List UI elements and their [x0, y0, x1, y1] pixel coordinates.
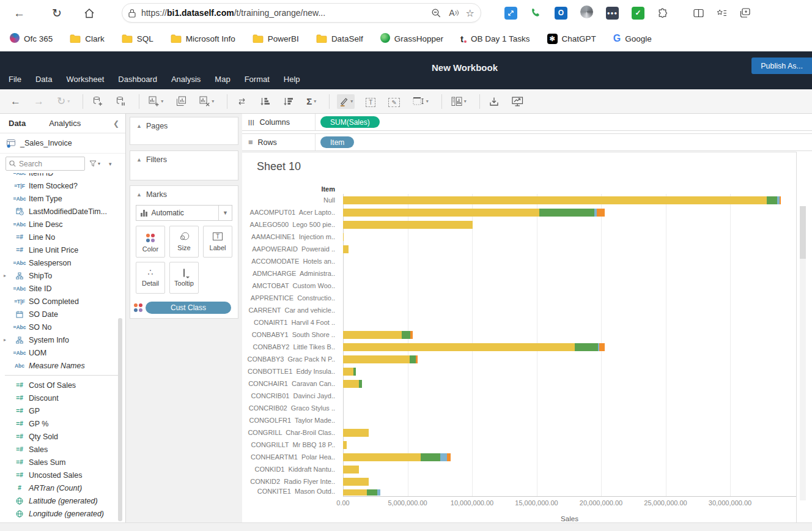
- field-row[interactable]: =AbcSite ID: [0, 282, 125, 295]
- size-button[interactable]: Size: [169, 226, 199, 258]
- chart-row[interactable]: AALEGO500 Lego 500 pie..: [242, 218, 795, 231]
- data-pane-scrollbar[interactable]: [118, 318, 122, 521]
- cust-class-pill[interactable]: Cust Class: [146, 302, 231, 314]
- menu-data[interactable]: Data: [35, 75, 52, 84]
- swap-axes-button[interactable]: [235, 94, 249, 109]
- zoom-out-icon[interactable]: [431, 8, 441, 18]
- tooltip-button[interactable]: Tooltip: [169, 262, 199, 294]
- chart-row[interactable]: CONGRILL Char-Broil Clas..: [242, 426, 795, 439]
- bar-segment[interactable]: [402, 331, 410, 339]
- bar-segment[interactable]: [539, 209, 595, 217]
- show-mark-labels-button[interactable]: T: [364, 94, 377, 110]
- bar-segment[interactable]: [343, 343, 575, 351]
- field-row[interactable]: =AbcItem Type: [0, 192, 125, 205]
- bookmark-item[interactable]: ✻ChatGPT: [547, 34, 596, 44]
- chart-row[interactable]: CARRENT Car and vehicle..: [242, 304, 795, 316]
- bar-segment[interactable]: [410, 331, 413, 339]
- new-worksheet-button[interactable]: ▾: [147, 94, 165, 109]
- bookmark-item[interactable]: Microsoft Info: [171, 34, 235, 43]
- bar-segment[interactable]: [597, 209, 605, 217]
- menu-format[interactable]: Format: [245, 75, 270, 84]
- bookmark-item[interactable]: GGoogle: [613, 33, 652, 44]
- detail-button[interactable]: ∴Detail: [136, 262, 165, 294]
- lock-icon[interactable]: [128, 9, 136, 18]
- chevron-down-icon[interactable]: ▼: [218, 206, 232, 220]
- field-row[interactable]: =#Qty Sold: [0, 430, 125, 443]
- color-button[interactable]: Color: [136, 226, 165, 258]
- bar-segment[interactable]: [367, 489, 377, 496]
- chart-row[interactable]: CONGOLFR1 Taylor Made..: [242, 414, 795, 426]
- show-me-button[interactable]: ▾: [449, 94, 468, 109]
- field-row[interactable]: =AbcUOM: [0, 346, 125, 359]
- expand-icon[interactable]: ▸: [4, 337, 10, 343]
- bar-segment[interactable]: [440, 453, 447, 461]
- chart-row-header[interactable]: Item: [242, 185, 340, 193]
- extensions-icon[interactable]: [657, 8, 668, 18]
- presentation-mode-button[interactable]: [510, 94, 525, 109]
- phone-extension-icon[interactable]: [530, 7, 542, 19]
- bar-segment[interactable]: [575, 343, 598, 351]
- field-row[interactable]: AbcMeasure Names: [0, 359, 125, 372]
- pages-card[interactable]: ▲Pages: [130, 117, 238, 145]
- field-row[interactable]: =T|FSO Completed: [0, 295, 125, 308]
- label-button[interactable]: TLabel: [203, 226, 232, 258]
- bar-segment[interactable]: [343, 466, 359, 473]
- chart-scrollbar[interactable]: [800, 206, 806, 500]
- field-row[interactable]: =#GP %: [0, 417, 125, 430]
- menu-analysis[interactable]: Analysis: [171, 75, 201, 84]
- field-row[interactable]: =AbcSalesperson: [0, 256, 125, 269]
- checklist-extension-icon[interactable]: ✓: [632, 7, 644, 20]
- field-row[interactable]: =#Line No: [0, 231, 125, 243]
- collapse-filters-icon[interactable]: ▲: [136, 157, 142, 163]
- chart-row[interactable]: CONHEARTM1 Polar Hea..: [242, 451, 795, 463]
- bar-segment[interactable]: [410, 355, 416, 363]
- bar-segment[interactable]: [416, 355, 418, 363]
- collapse-pane-icon[interactable]: ❮: [113, 119, 119, 128]
- bookmark-item[interactable]: GrassHopper: [380, 33, 443, 45]
- bookmark-item[interactable]: Ofc 365: [10, 33, 53, 45]
- pause-auto-updates-button[interactable]: [114, 94, 128, 109]
- menu-worksheet[interactable]: Worksheet: [66, 75, 104, 84]
- bar-segment[interactable]: [767, 196, 777, 204]
- bar-segment[interactable]: [343, 245, 349, 253]
- bar-segment[interactable]: [377, 489, 380, 496]
- chart-row[interactable]: CONCRIB01 Davinci Jayd..: [242, 390, 795, 402]
- bar-segment[interactable]: [343, 489, 367, 496]
- field-row[interactable]: =AbcItem ID: [0, 173, 125, 179]
- tab-analytics[interactable]: Analytics: [49, 119, 81, 128]
- fix-axes-button[interactable]: ✎: [386, 94, 401, 110]
- item-pill[interactable]: Item: [320, 136, 354, 148]
- chart-row[interactable]: AMCTOBAT Custom Woo..: [242, 280, 795, 292]
- chart-row[interactable]: CONCRIB02 Graco Stylus ..: [242, 402, 795, 414]
- chart-row[interactable]: CONCHAIR1 Caravan Can..: [242, 377, 795, 390]
- bar-segment[interactable]: [343, 221, 473, 229]
- chart-row[interactable]: ACCOMODATE Hotels an..: [242, 255, 795, 267]
- collapse-pages-icon[interactable]: ▲: [136, 123, 142, 129]
- menu-file[interactable]: File: [9, 75, 21, 84]
- field-row[interactable]: =#Cost Of Sales: [0, 379, 125, 392]
- chart-row[interactable]: CONKID1 Kiddraft Nantu..: [242, 463, 795, 475]
- outlook-extension-icon[interactable]: O: [555, 7, 567, 20]
- field-row[interactable]: #ARTran (Count): [0, 481, 125, 494]
- more-apps-extension-icon[interactable]: ●●●: [606, 6, 619, 20]
- collections-icon[interactable]: [717, 9, 727, 18]
- address-bar[interactable]: https://bi1.dataself.com/t/training_oran…: [122, 3, 481, 23]
- chart-row[interactable]: AAPOWERAID Poweraid ..: [242, 243, 795, 255]
- bar-segment[interactable]: [780, 196, 781, 204]
- bar-segment[interactable]: [343, 453, 421, 461]
- rows-shelf[interactable]: ≡ Rows Item: [242, 133, 812, 151]
- field-row[interactable]: =#Sales Sum: [0, 456, 125, 469]
- sort-descending-button[interactable]: [281, 94, 295, 109]
- field-row[interactable]: =#Line Unit Price: [0, 243, 125, 256]
- bookmark-item[interactable]: SQL: [122, 34, 153, 43]
- split-screen-icon[interactable]: [693, 9, 704, 18]
- tab-data[interactable]: Data: [9, 119, 26, 128]
- bar-segment[interactable]: [343, 429, 369, 437]
- menu-help[interactable]: Help: [284, 75, 300, 84]
- format-borders-button[interactable]: ▾: [411, 94, 430, 108]
- sum-sales-pill[interactable]: SUM(Sales): [320, 116, 380, 128]
- url-text[interactable]: https://bi1.dataself.com/t/training_oran…: [141, 8, 424, 18]
- chart-scrollbar-thumb[interactable]: [800, 206, 806, 259]
- bottom-scrollbar-strip[interactable]: [0, 522, 812, 531]
- chart-row[interactable]: CONAIRT1 Harvil 4 Foot ..: [242, 316, 795, 329]
